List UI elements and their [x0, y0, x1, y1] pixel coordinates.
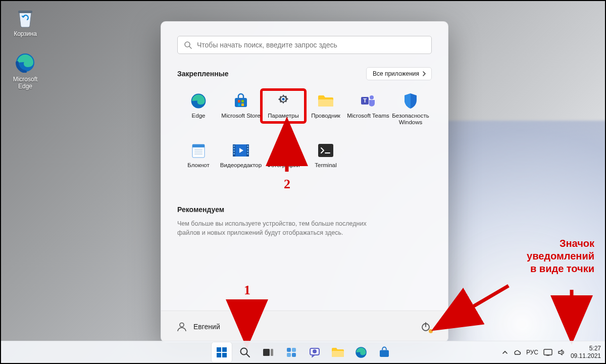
svg-rect-12: [318, 99, 333, 107]
taskbar-center: [212, 342, 394, 362]
svg-rect-0: [18, 11, 32, 13]
clock-time: 5:27: [571, 345, 601, 352]
svg-rect-57: [332, 351, 344, 357]
pin-edge[interactable]: Edge: [177, 90, 220, 129]
pin-photos[interactable]: Фотографии: [262, 140, 305, 178]
annotation-text: Значок уведомлений в виде точки: [506, 237, 594, 275]
pin-label: Microsoft Store: [221, 113, 260, 127]
start-button[interactable]: [212, 342, 232, 362]
desktop-icon-label: Корзина: [14, 30, 37, 37]
svg-rect-31: [247, 153, 248, 154]
taskbar-search[interactable]: [235, 342, 255, 362]
svg-rect-49: [263, 349, 270, 356]
taskbar-widgets[interactable]: [281, 342, 301, 362]
folder-icon: [331, 347, 344, 358]
all-apps-label: Все приложения: [373, 70, 419, 77]
svg-rect-7: [241, 100, 244, 102]
svg-rect-9: [241, 103, 244, 106]
edge-icon: [14, 51, 36, 74]
pin-terminal[interactable]: Terminal: [305, 140, 347, 178]
chevron-up-icon[interactable]: [502, 349, 508, 355]
user-icon: [176, 321, 187, 332]
search-icon: [239, 347, 250, 358]
svg-rect-44: [222, 347, 227, 352]
svg-rect-50: [271, 349, 273, 356]
svg-rect-17: [192, 144, 205, 147]
windows-logo-icon: [216, 346, 228, 358]
shield-icon: [402, 92, 419, 110]
widgets-icon: [286, 347, 297, 358]
pin-security[interactable]: Безопасность Windows: [389, 90, 432, 129]
language-indicator[interactable]: РУС: [526, 349, 538, 356]
pin-label: Безопасность Windows: [389, 113, 432, 127]
svg-point-33: [279, 146, 282, 149]
start-search-input[interactable]: [197, 41, 425, 49]
teams-icon: T: [360, 92, 377, 110]
desktop-icon-edge[interactable]: Microsoft Edge: [6, 51, 44, 90]
edge-icon: [190, 92, 207, 110]
desktop-icon-recycle-bin[interactable]: Корзина: [6, 6, 44, 37]
pin-label: Блокнот: [187, 162, 209, 176]
svg-line-3: [189, 46, 191, 48]
start-search[interactable]: [177, 36, 432, 54]
svg-rect-51: [287, 348, 291, 352]
store-icon: [378, 346, 390, 358]
taskbar-store[interactable]: [374, 342, 394, 362]
pin-explorer[interactable]: Проводник: [305, 90, 347, 129]
annotation-number-1: 1: [244, 283, 250, 298]
svg-point-36: [180, 323, 184, 327]
pin-label: Terminal: [315, 162, 336, 176]
settings-icon: [275, 92, 292, 110]
svg-rect-52: [292, 348, 296, 352]
pin-notepad[interactable]: Блокнот: [177, 140, 220, 178]
pin-teams[interactable]: T Microsoft Teams: [347, 90, 389, 129]
edge-icon: [355, 346, 367, 358]
recycle-bin-icon: [14, 6, 36, 28]
start-footer: Евгений: [161, 310, 448, 342]
svg-point-15: [370, 95, 374, 99]
svg-point-56: [313, 349, 317, 353]
pin-label: Edge: [192, 113, 206, 127]
user-name: Евгений: [193, 323, 220, 331]
taskbar-right: РУС 5:27 09.11.2021: [502, 345, 601, 359]
svg-rect-24: [233, 145, 235, 147]
video-editor-icon: [232, 142, 249, 159]
notepad-icon: [190, 142, 207, 159]
svg-rect-27: [233, 153, 235, 154]
taskbar-chat[interactable]: [305, 342, 325, 362]
pin-label: Параметры: [268, 113, 298, 127]
svg-rect-43: [217, 347, 221, 352]
power-button[interactable]: [419, 320, 433, 334]
network-icon[interactable]: [543, 349, 552, 356]
pin-video-editor[interactable]: Видеоредактор: [220, 140, 262, 178]
volume-icon[interactable]: [558, 349, 566, 356]
photos-icon: [275, 142, 292, 159]
pin-store[interactable]: Microsoft Store: [220, 90, 262, 129]
onedrive-icon[interactable]: [513, 348, 521, 356]
taskview-icon: [263, 347, 274, 357]
taskbar-explorer[interactable]: [328, 342, 348, 362]
svg-text:T: T: [363, 97, 367, 103]
pin-settings[interactable]: Параметры: [262, 90, 305, 129]
clock-date: 09.11.2021: [571, 352, 601, 359]
user-account-button[interactable]: Евгений: [176, 321, 220, 332]
svg-rect-46: [222, 353, 227, 357]
annotation-number-2: 2: [284, 177, 290, 192]
desktop-icon-label: Microsoft Edge: [13, 76, 38, 90]
taskbar-clock[interactable]: 5:27 09.11.2021: [571, 345, 601, 359]
pinned-grid: Edge Microsoft Store Параметры Проводник: [177, 90, 432, 178]
recommended-section: Рекомендуем Чем больше вы используете ус…: [177, 205, 432, 237]
chevron-right-icon: [422, 71, 426, 76]
search-icon: [184, 41, 192, 49]
svg-point-10: [281, 97, 285, 101]
all-apps-button[interactable]: Все приложения: [366, 67, 432, 80]
svg-rect-53: [287, 353, 291, 357]
terminal-icon: [317, 142, 334, 159]
folder-icon: [317, 92, 334, 110]
taskbar-edge[interactable]: [351, 342, 371, 362]
taskbar-taskview[interactable]: [258, 342, 278, 362]
recommended-title: Рекомендуем: [177, 205, 432, 214]
start-menu: Закрепленные Все приложения Edge Microso…: [161, 21, 448, 342]
svg-rect-45: [217, 353, 221, 357]
svg-rect-5: [235, 98, 247, 107]
